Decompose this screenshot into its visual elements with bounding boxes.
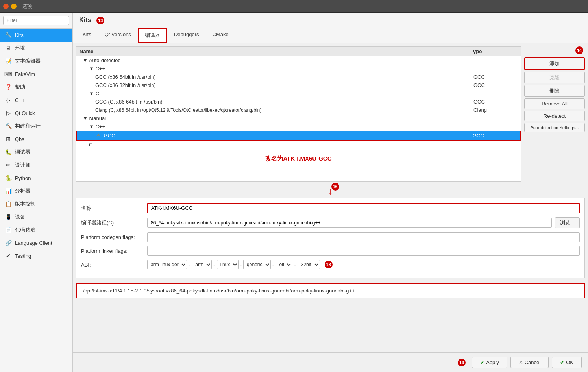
gcc-32-type: GCC	[473, 82, 521, 88]
details-panel: 名称: 编译器路径(C): 浏览... Platform codegen fla…	[76, 198, 585, 278]
sidebar-item-qbs[interactable]: ⊞ Qbs	[0, 133, 72, 146]
filter-input[interactable]	[3, 16, 69, 25]
name-input[interactable]	[147, 203, 580, 213]
gcc-32-label: GCC (x86 32bit in /usr/bin)	[76, 82, 473, 88]
clang-label: Clang (C, x86 64bit in /opt/Qt5.12.9/Too…	[76, 107, 473, 113]
testing-icon: ✔	[5, 252, 12, 259]
sidebar-item-kits-label: Kits	[15, 32, 24, 38]
abi-select-3[interactable]: linux	[217, 260, 239, 269]
sidebar-item-testing[interactable]: ✔ Testing	[0, 250, 72, 263]
tree-row-cpp[interactable]: ▼ C++	[76, 65, 521, 73]
tree-row-c[interactable]: ▼ C	[76, 89, 521, 98]
abi-dash5: -	[294, 262, 296, 268]
tree-row-gcc-manual[interactable]: ⚠ GCC GCC	[76, 131, 521, 141]
cancel-label: Cancel	[525, 359, 540, 365]
tree-row-clang[interactable]: Clang (C, x86 64bit in /opt/Qt5.12.9/Too…	[76, 106, 521, 114]
tab-qt-versions[interactable]: Qt Versions	[98, 28, 138, 43]
content-area: Kits 13 Kits Qt Versions 编译器 Debuggers C…	[73, 13, 588, 372]
window-controls[interactable]	[3, 4, 17, 9]
arrow-section: ↓ 16	[73, 185, 588, 198]
remove-all-button[interactable]: Remove All	[524, 98, 585, 109]
abi-dash3: -	[240, 262, 242, 268]
auto-detection-button[interactable]: Auto-detection Settings...	[524, 123, 585, 132]
tree-row-gcc-64[interactable]: GCC (x86 64bit in /usr/bin) GCC	[76, 73, 521, 81]
abi-select-2[interactable]: arm	[192, 260, 212, 269]
sidebar-item-help-label: 帮助	[15, 83, 25, 91]
designer-icon: ✏	[5, 161, 12, 168]
close-button[interactable]	[3, 4, 9, 9]
sidebar-item-help[interactable]: ❓ 帮助	[0, 81, 72, 94]
sidebar-item-python[interactable]: 🐍 Python	[0, 172, 72, 185]
sidebar-item-kits[interactable]: 🔧 Kits	[0, 29, 72, 42]
re-detect-button[interactable]: Re-detect	[524, 111, 585, 121]
sidebar-item-build-run[interactable]: 🔨 构建和运行	[0, 120, 72, 133]
badge-19: 19	[458, 359, 466, 366]
tree-row-manual[interactable]: ▼ Manual	[76, 114, 521, 122]
sidebar-item-env-label: 环境	[15, 44, 25, 52]
cancel-button[interactable]: ✕ Cancel	[510, 357, 549, 368]
abi-select-5[interactable]: elf	[276, 260, 292, 269]
tree-row-manual-cpp[interactable]: ▼ C++	[76, 122, 521, 131]
sidebar-item-fakevim[interactable]: ⌨ FakeVim	[0, 68, 72, 81]
ok-label: OK	[566, 359, 573, 365]
sidebar-item-designer[interactable]: ✏ 设计师	[0, 159, 72, 172]
gcc-manual-label: ⚠ GCC	[77, 133, 473, 139]
browse-button[interactable]: 浏览...	[555, 217, 580, 228]
tab-compilers[interactable]: 编译器	[138, 28, 167, 43]
name-label: 名称:	[81, 205, 144, 212]
sidebar-item-code-paste-label: 代码粘贴	[15, 226, 35, 233]
add-button[interactable]: 添加	[524, 57, 585, 70]
compiler-path-input[interactable]	[147, 218, 552, 228]
python-icon: 🐍	[5, 174, 12, 181]
auto-detected-label: ▼ Auto-detected	[76, 57, 473, 63]
main-layout: 🔧 Kits 🖥 环境 📝 文本编辑器 ⌨ FakeVim ❓ 帮助 {} C+…	[0, 13, 588, 372]
ok-button[interactable]: ✔ OK	[552, 357, 582, 368]
sidebar-item-analyzer[interactable]: 📊 分析器	[0, 185, 72, 198]
tree-row-gcc-c64[interactable]: GCC (C, x86 64bit in /usr/bin) GCC	[76, 98, 521, 106]
analyzer-icon: 📊	[5, 187, 12, 194]
linker-input[interactable]	[147, 246, 580, 256]
abi-selects: arm-linux-ger - arm - linux - generic	[147, 260, 333, 269]
text-editor-icon: 📝	[5, 57, 12, 65]
sidebar-item-language-client[interactable]: 🔗 Language Client	[0, 237, 72, 250]
bottom-bar: 19 ✔ Apply ✕ Cancel ✔ OK	[73, 352, 588, 372]
manual-label: ▼ Manual	[76, 115, 473, 121]
sidebar-item-env[interactable]: 🖥 环境	[0, 42, 72, 55]
tree-row-gcc-32[interactable]: GCC (x86 32bit in /usr/bin) GCC	[76, 81, 521, 89]
path-full-text: /opt/fsl-imx-x11/4.1.15-2.1.0/sysroots/x…	[83, 288, 355, 294]
sidebar-item-text-editor[interactable]: 📝 文本编辑器	[0, 55, 72, 68]
path-highlight-box: /opt/fsl-imx-x11/4.1.15-2.1.0/sysroots/x…	[76, 283, 585, 298]
warning-icon: ⚠	[96, 133, 101, 139]
tree-row-auto-detected[interactable]: ▼ Auto-detected	[76, 56, 521, 65]
abi-select-1[interactable]: arm-linux-ger	[147, 260, 187, 269]
tab-kits[interactable]: Kits	[76, 28, 98, 43]
tree-row-c-manual[interactable]: C	[76, 141, 521, 149]
sidebar-item-cpp[interactable]: {} C++	[0, 94, 72, 107]
tab-cmake[interactable]: CMake	[205, 28, 235, 43]
sidebar-item-version-control-label: 版本控制	[15, 200, 35, 207]
sidebar: 🔧 Kits 🖥 环境 📝 文本编辑器 ⌨ FakeVim ❓ 帮助 {} C+…	[0, 13, 73, 372]
gcc-c64-type: GCC	[473, 99, 521, 105]
help-icon: ❓	[5, 83, 12, 91]
sidebar-item-qt-quick[interactable]: ▷ Qt Quick	[0, 107, 72, 120]
apply-button[interactable]: ✔ Apply	[472, 357, 507, 368]
codegen-input[interactable]	[147, 232, 580, 242]
sidebar-item-debugger[interactable]: 🐛 调试器	[0, 146, 72, 159]
clone-button[interactable]: 克隆	[524, 72, 585, 83]
minimize-button[interactable]	[11, 4, 17, 9]
abi-select-6[interactable]: 32bit	[298, 260, 320, 269]
delete-button[interactable]: 删除	[524, 85, 585, 97]
tree-header: Name Type	[76, 47, 521, 56]
abi-select-4[interactable]: generic	[243, 260, 271, 269]
side-buttons: 14 添加 克隆 删除 Remove All Re-detect Auto-de…	[521, 43, 588, 185]
sidebar-item-build-run-label: 构建和运行	[15, 122, 41, 130]
sidebar-item-code-paste[interactable]: 📄 代码粘贴	[0, 224, 72, 237]
tab-debuggers[interactable]: Debuggers	[167, 28, 206, 43]
sidebar-item-devices[interactable]: 📱 设备	[0, 211, 72, 224]
sidebar-item-language-client-label: Language Client	[15, 240, 52, 246]
sidebar-item-designer-label: 设计师	[15, 161, 30, 168]
sidebar-item-version-control[interactable]: 📋 版本控制	[0, 198, 72, 211]
sidebar-item-cpp-label: C++	[15, 97, 25, 103]
linker-label: Platform linker flags:	[81, 248, 144, 254]
abi-label: ABI:	[81, 262, 144, 268]
